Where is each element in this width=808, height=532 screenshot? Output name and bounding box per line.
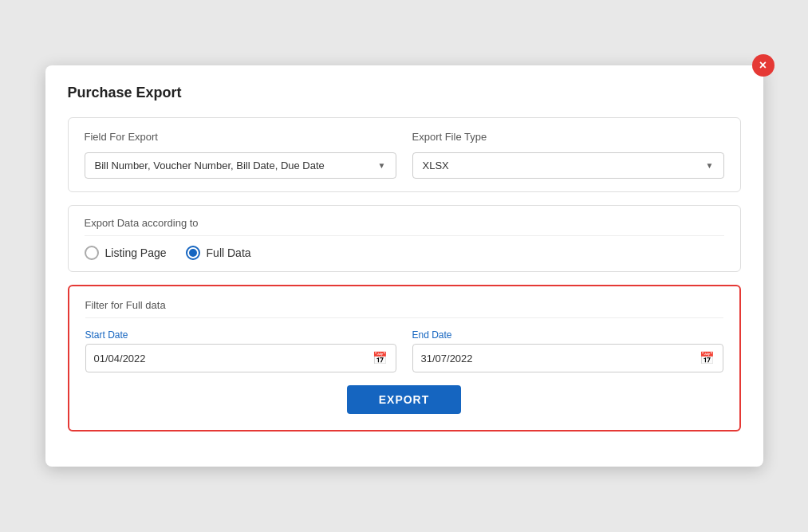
- end-date-calendar-icon[interactable]: 📅: [700, 351, 715, 365]
- start-date-wrapper: Start Date 01/04/2022 📅: [85, 329, 396, 372]
- radio-group: Listing Page Full Data: [85, 246, 724, 260]
- field-for-export-arrow-icon: ▼: [378, 161, 386, 170]
- top-section-box: Field For Export Bill Number, Voucher Nu…: [68, 117, 741, 192]
- radio-listing-page[interactable]: Listing Page: [85, 246, 167, 260]
- export-file-type-col: Export File Type XLSX ▼: [412, 131, 724, 179]
- start-date-label: Start Date: [85, 329, 396, 341]
- export-file-type-label: Export File Type: [412, 131, 724, 143]
- field-for-export-col: Field For Export Bill Number, Voucher Nu…: [85, 131, 396, 179]
- field-for-export-label: Field For Export: [85, 131, 396, 143]
- export-data-section: Export Data according to Listing Page Fu…: [68, 205, 741, 272]
- radio-listing-page-circle: [85, 246, 99, 260]
- end-date-label: End Date: [412, 329, 723, 341]
- radio-full-data[interactable]: Full Data: [186, 246, 251, 260]
- filter-section-label: Filter for Full data: [85, 299, 723, 318]
- export-file-type-dropdown[interactable]: XLSX ▼: [412, 152, 724, 179]
- end-date-wrapper: End Date 31/07/2022 📅: [412, 329, 723, 372]
- field-for-export-dropdown[interactable]: Bill Number, Voucher Number, Bill Date, …: [85, 152, 396, 179]
- close-button[interactable]: ×: [752, 54, 774, 77]
- radio-full-data-label: Full Data: [207, 246, 251, 259]
- export-file-type-value: XLSX: [423, 160, 700, 171]
- export-data-section-label: Export Data according to: [85, 217, 724, 236]
- field-for-export-value: Bill Number, Voucher Number, Bill Date, …: [95, 160, 372, 171]
- modal-container: × Purchase Export Field For Export Bill …: [45, 65, 763, 467]
- export-button-row: EXPORT: [85, 385, 723, 414]
- start-date-calendar-icon[interactable]: 📅: [372, 351, 388, 365]
- start-date-value: 01/04/2022: [94, 353, 372, 365]
- radio-full-data-circle: [186, 246, 200, 260]
- radio-listing-page-label: Listing Page: [105, 246, 167, 259]
- end-date-value: 31/07/2022: [421, 353, 700, 365]
- filter-full-data-section: Filter for Full data Start Date 01/04/20…: [68, 285, 741, 432]
- date-fields-row: Start Date 01/04/2022 📅 End Date 31/07/2…: [85, 329, 723, 372]
- modal-title: Purchase Export: [68, 85, 741, 101]
- export-button[interactable]: EXPORT: [347, 385, 462, 414]
- end-date-input[interactable]: 31/07/2022 📅: [412, 344, 723, 372]
- start-date-input[interactable]: 01/04/2022 📅: [85, 344, 396, 372]
- export-file-type-arrow-icon: ▼: [706, 161, 714, 170]
